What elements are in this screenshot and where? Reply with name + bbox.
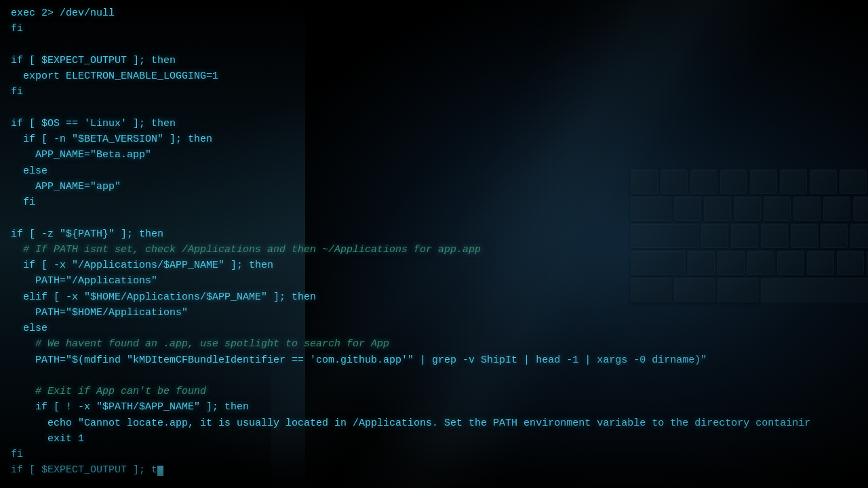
code-line: PATH="/Applications" [0, 273, 868, 289]
code-line: if [ -x "/Applications/$APP_NAME" ]; the… [0, 258, 868, 273]
code-line: # Exit if App can't be found [0, 384, 868, 399]
code-line [0, 368, 868, 384]
code-line: fi [0, 447, 868, 462]
code-line: APP_NAME="app" [0, 179, 868, 195]
code-line: # We havent found an .app, use spotlight… [0, 336, 868, 352]
code-line: if [ $EXPECT_OUTPUT ]; then [0, 53, 868, 68]
code-line: exec 2> /dev/null [0, 5, 868, 21]
code-line: PATH="$(mdfind "kMDItemCFBundleIdentifie… [0, 352, 868, 368]
code-line [0, 100, 868, 116]
code-line: if [ ! -x "$PATH/$APP_NAME" ]; then [0, 399, 868, 415]
code-line: fi [0, 21, 868, 37]
code-container: exec 2> /dev/nullfi if [ $EXPECT_OUTPUT … [0, 0, 868, 488]
code-line: fi [0, 195, 868, 210]
code-line: PATH="$HOME/Applications" [0, 305, 868, 321]
code-line: if [ $EXPECT_OUTPUT ]; t [0, 462, 868, 478]
code-line: elif [ -x "$HOME/Applications/$APP_NAME"… [0, 289, 868, 305]
code-line: echo "Cannot locate.app, it is usually l… [0, 415, 868, 431]
code-line [0, 210, 868, 226]
text-cursor [157, 466, 163, 476]
code-line: exit 1 [0, 431, 868, 447]
code-line: APP_NAME="Beta.app" [0, 147, 868, 163]
code-line: fi [0, 84, 868, 100]
code-line: else [0, 321, 868, 336]
code-line: export ELECTRON_ENABLE_LOGGING=1 [0, 68, 868, 84]
code-line: else [0, 163, 868, 179]
code-line [0, 37, 868, 53]
code-line: if [ -n "$BETA_VERSION" ]; then [0, 131, 868, 147]
code-line: # If PATH isnt set, check /Applications … [0, 242, 868, 258]
code-line: if [ $OS == 'Linux' ]; then [0, 116, 868, 131]
code-line: if [ -z "${PATH}" ]; then [0, 226, 868, 242]
